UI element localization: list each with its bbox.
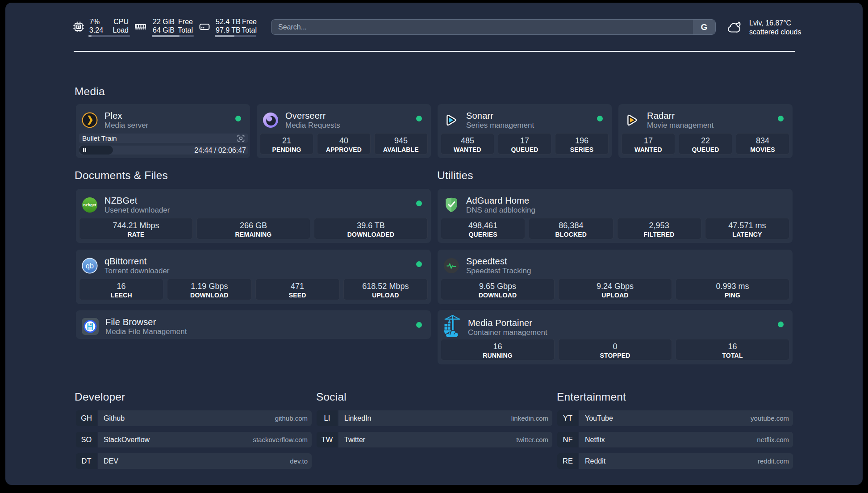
svg-text:nzbget: nzbget — [83, 203, 96, 207]
svg-text:qb: qb — [86, 262, 94, 270]
